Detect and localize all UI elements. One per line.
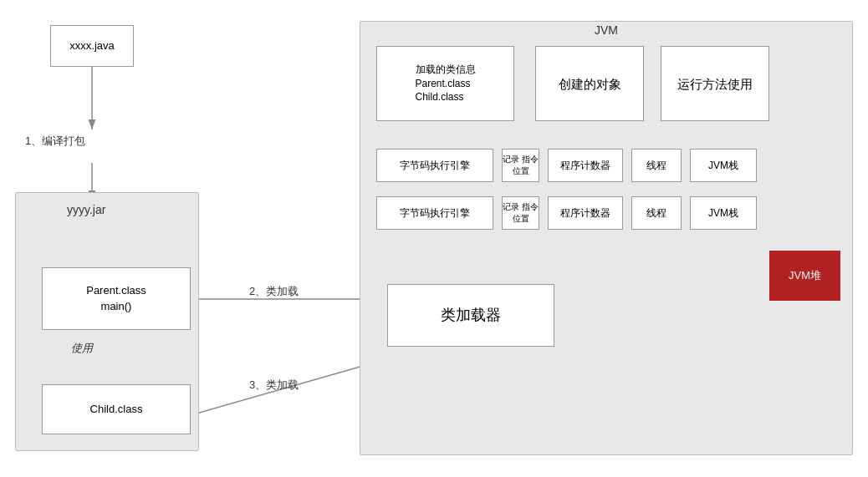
compile-label: 1、编译打包 <box>25 134 85 149</box>
loaded-classes-label: 加载的类信息 Parent.class Child.class <box>416 63 476 104</box>
program-counter1-label: 程序计数器 <box>560 159 610 173</box>
created-objects-box: 创建的对象 <box>535 46 644 121</box>
jvm-heap-box: JVM堆 <box>769 251 840 301</box>
bytecode-engine1-box: 字节码执行引擎 <box>376 149 493 182</box>
thread2-label: 线程 <box>646 206 666 221</box>
run-methods-box: 运行方法使用 <box>661 46 769 121</box>
jvm-stack1-label: JVM栈 <box>708 159 738 173</box>
thread1-box: 线程 <box>631 149 682 182</box>
child-class-label: Child.class <box>90 402 143 417</box>
jvm-title: JVM <box>360 23 853 37</box>
xxxx-java-label: xxxx.java <box>69 38 114 53</box>
record-pos1-label: 记录 指令 位置 <box>503 154 539 177</box>
use-label: 使用 <box>71 341 93 356</box>
bytecode-engine2-box: 字节码执行引擎 <box>376 196 493 230</box>
jvm-stack2-box: JVM栈 <box>690 196 757 230</box>
program-counter1-box: 程序计数器 <box>548 149 623 182</box>
loaded-classes-box: 加载的类信息 Parent.class Child.class <box>376 46 514 121</box>
class-loader-label: 类加载器 <box>441 305 501 326</box>
jvm-heap-label: JVM堆 <box>789 268 821 283</box>
record-pos1-box: 记录 指令 位置 <box>502 149 539 182</box>
program-counter2-label: 程序计数器 <box>560 206 610 221</box>
parent-class-label: Parent.class main() <box>86 283 146 313</box>
program-counter2-box: 程序计数器 <box>548 196 623 230</box>
run-methods-label: 运行方法使用 <box>677 75 753 93</box>
class-loader-box: 类加载器 <box>387 284 554 347</box>
class-load1-label: 2、类加载 <box>249 284 299 299</box>
thread1-label: 线程 <box>646 159 666 173</box>
jvm-stack1-box: JVM栈 <box>690 149 757 182</box>
bytecode-engine1-label: 字节码执行引擎 <box>400 159 470 173</box>
created-objects-label: 创建的对象 <box>559 75 621 93</box>
xxxx-java-box: xxxx.java <box>50 25 134 67</box>
jvm-stack2-label: JVM栈 <box>708 206 738 221</box>
parent-class-box: Parent.class main() <box>42 267 191 330</box>
diagram-container: JVM xxxx.java 1、编译打包 yyyy.jar Parent.cla… <box>0 0 868 477</box>
record-pos2-label: 记录 指令 位置 <box>503 201 539 225</box>
bytecode-engine2-label: 字节码执行引擎 <box>400 206 470 221</box>
yyyy-jar-label: yyyy.jar <box>67 203 105 216</box>
child-class-box: Child.class <box>42 384 191 434</box>
thread2-box: 线程 <box>631 196 682 230</box>
record-pos2-box: 记录 指令 位置 <box>502 196 539 230</box>
class-load2-label: 3、类加载 <box>249 378 299 393</box>
